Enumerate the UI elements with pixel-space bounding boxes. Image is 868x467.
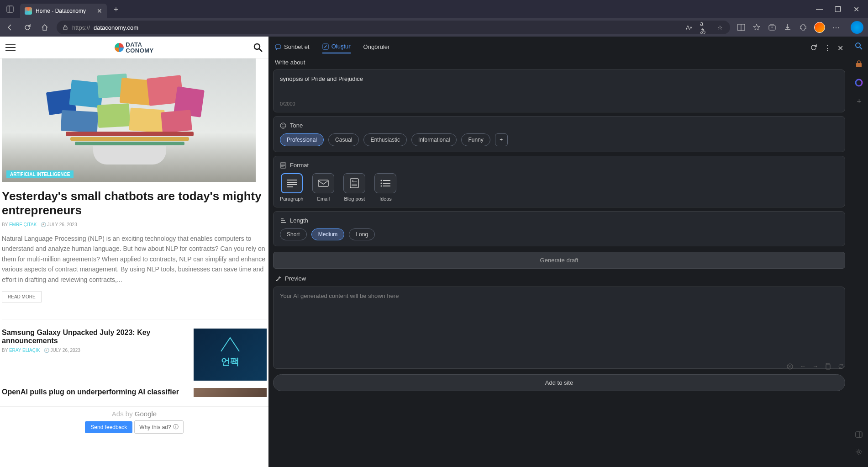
new-tab-button[interactable]: ＋	[112, 5, 120, 14]
tone-casual[interactable]: Casual	[328, 133, 359, 146]
tab-chat-label: Sohbet et	[284, 43, 310, 50]
address-bar[interactable]: https://dataconomy.com AA aあ ☆	[57, 21, 730, 34]
generate-draft-button[interactable]: Generate draft	[273, 252, 845, 269]
rail-settings-icon[interactable]	[855, 448, 864, 457]
rail-hide-icon[interactable]	[855, 430, 864, 440]
format-label: Format	[290, 162, 309, 169]
tab-title: Home - Dataconomy	[36, 8, 93, 14]
format-paragraph[interactable]: Paragraph	[280, 173, 303, 202]
why-ad-label: Why this ad?	[139, 424, 171, 430]
right-sidebar-rail: +	[850, 37, 868, 467]
tone-professional[interactable]: Professional	[280, 133, 324, 146]
site-menu-button[interactable]	[5, 42, 16, 53]
refresh-button[interactable]	[22, 22, 33, 33]
format-blogpost[interactable]: A— Blog post	[343, 173, 365, 202]
secondary-title-2[interactable]: OpenAI pulls plug on underperforming AI …	[2, 388, 187, 396]
tone-informational[interactable]: Informational	[411, 133, 457, 146]
close-compose-icon[interactable]: ✕	[837, 44, 843, 53]
compose-more-icon[interactable]: ⋮	[824, 44, 831, 53]
close-window-button[interactable]: ✕	[852, 5, 861, 14]
preview-output: Your AI generated content will be shown …	[273, 287, 845, 369]
webpage-content: DATA CONOMY	[0, 37, 268, 467]
split-screen-icon[interactable]	[736, 23, 746, 32]
tone-add-button[interactable]: +	[495, 133, 508, 146]
translate-icon[interactable]: aあ	[700, 23, 709, 32]
favorites-icon[interactable]	[752, 23, 761, 32]
more-menu-icon[interactable]: ⋯	[831, 23, 841, 32]
length-label: Length	[290, 217, 308, 224]
tab-actions-btn[interactable]	[4, 3, 16, 16]
tab-compose[interactable]: Oluştur	[322, 43, 351, 53]
read-more-button[interactable]: READ MORE	[2, 291, 42, 302]
rail-office-icon[interactable]	[855, 79, 864, 88]
lock-icon	[62, 24, 68, 31]
regenerate-icon[interactable]	[837, 363, 845, 370]
reader-mode-icon[interactable]: AA	[684, 23, 694, 32]
site-logo[interactable]: DATA CONOMY	[115, 42, 154, 53]
prompt-input[interactable]: synopsis of Pride and Prejudice 0/2000	[273, 69, 845, 112]
length-long[interactable]: Long	[349, 228, 375, 240]
send-feedback-button[interactable]: Send feedback	[85, 421, 132, 433]
next-icon[interactable]: →	[812, 363, 818, 370]
url-prefix: https://	[72, 24, 90, 31]
author-link[interactable]: ERAY ELIAÇIK	[9, 348, 40, 353]
add-to-site-button[interactable]: Add to site	[273, 374, 845, 391]
char-count: 0/2000	[280, 101, 838, 106]
paragraph-icon	[281, 173, 303, 193]
refresh-compose-icon[interactable]	[810, 44, 817, 53]
maximize-button[interactable]: ❐	[833, 5, 842, 14]
length-medium[interactable]: Medium	[311, 228, 345, 240]
secondary-thumbnail-2[interactable]	[194, 388, 267, 397]
tab-favicon-icon	[25, 7, 32, 15]
prev-icon[interactable]: ←	[800, 363, 806, 370]
close-tab-icon[interactable]: ✕	[97, 7, 102, 15]
back-button[interactable]	[5, 22, 16, 33]
blogpost-icon: A—	[343, 173, 365, 193]
url-host: dataconomy.com	[94, 24, 138, 31]
category-tag[interactable]: ARTIFICIAL INTELLIGENCE	[6, 170, 74, 178]
by-label: BY	[2, 222, 8, 227]
browser-toolbar: https://dataconomy.com AA aあ ☆ + ⋯	[0, 18, 868, 37]
author-link[interactable]: EMRE ÇITAK	[9, 222, 37, 227]
why-ad-button[interactable]: Why this ad? ⓘ	[134, 420, 183, 434]
browser-tab[interactable]: Home - Dataconomy ✕	[20, 4, 107, 18]
rail-shopping-icon[interactable]	[855, 60, 864, 69]
stop-icon[interactable]	[786, 363, 794, 370]
collections-icon[interactable]: +	[768, 23, 777, 32]
svg-point-32	[381, 186, 382, 187]
secondary-title[interactable]: Samsung Galaxy Unpacked July 2023: Key a…	[2, 329, 187, 345]
format-email-label: Email	[317, 196, 330, 202]
tone-funny[interactable]: Funny	[461, 133, 490, 146]
downloads-icon[interactable]	[783, 23, 792, 32]
format-email[interactable]: Email	[312, 173, 334, 202]
copy-icon[interactable]	[825, 363, 831, 370]
secondary-article: OpenAI pulls plug on underperforming AI …	[0, 388, 268, 399]
svg-rect-2	[63, 27, 67, 30]
extensions-icon[interactable]	[799, 23, 808, 32]
minimize-button[interactable]: —	[815, 5, 824, 14]
rail-add-icon[interactable]: +	[855, 97, 864, 106]
site-search-button[interactable]	[253, 42, 263, 53]
svg-line-9	[259, 49, 262, 52]
tab-compose-label: Oluştur	[331, 43, 351, 50]
article-hero-image[interactable]: ARTIFICIAL INTELLIGENCE	[2, 58, 256, 182]
profile-avatar[interactable]	[814, 22, 825, 33]
length-short[interactable]: Short	[280, 228, 307, 240]
rail-search-icon[interactable]	[855, 42, 864, 51]
tab-insights[interactable]: Öngörüler	[363, 43, 390, 53]
tab-chat[interactable]: Sohbet et	[275, 43, 310, 53]
secondary-thumbnail[interactable]: 언팩	[194, 329, 267, 381]
article-excerpt: Natural Language Processing (NLP) is an …	[2, 234, 267, 285]
svg-text:+: +	[771, 25, 773, 30]
logo-icon	[115, 43, 124, 52]
home-button[interactable]	[39, 22, 50, 33]
prompt-text[interactable]: synopsis of Pride and Prejudice	[280, 75, 838, 96]
divider	[2, 319, 267, 319]
format-ideas-label: Ideas	[379, 196, 392, 202]
bing-sidebar-toggle[interactable]	[851, 21, 863, 34]
format-ideas[interactable]: Ideas	[374, 173, 396, 202]
tone-enthusiastic[interactable]: Enthusiastic	[363, 133, 407, 146]
favorite-star-icon[interactable]: ☆	[715, 23, 725, 32]
ad-footer: Ads by Google Send feedback Why this ad?…	[0, 406, 268, 437]
article-title[interactable]: Yesterday's small chatbots are today's m…	[2, 189, 267, 218]
